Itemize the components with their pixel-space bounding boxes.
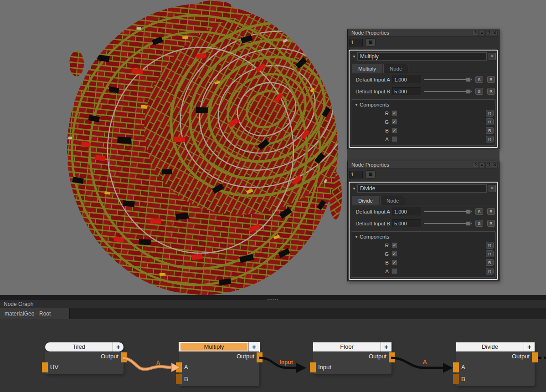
- node-title[interactable]: Floor: [313, 342, 381, 351]
- close-icon[interactable]: ✕: [492, 162, 498, 168]
- slider-handle[interactable]: [466, 89, 471, 94]
- set-button[interactable]: S: [475, 76, 483, 83]
- channel-a-checkbox[interactable]: [391, 268, 397, 274]
- channel-row-r: R ✓ R: [353, 109, 494, 117]
- shown-nodes-count-input[interactable]: [349, 39, 363, 46]
- reset-button[interactable]: R: [486, 268, 494, 275]
- float-icon[interactable]: ❐: [485, 30, 491, 36]
- reset-button[interactable]: R: [486, 242, 494, 249]
- panel-titlebar[interactable]: Node Properties ? ▲ ❐ ✕: [348, 29, 499, 37]
- channel-b-checkbox[interactable]: ✓: [391, 260, 397, 265]
- node-divide-header[interactable]: Divide +: [456, 342, 535, 351]
- default-input-b-slider[interactable]: [424, 88, 472, 95]
- default-input-a-slider[interactable]: [424, 209, 472, 215]
- node-tiled-header[interactable]: Tiled +: [45, 342, 124, 351]
- close-icon[interactable]: ✕: [492, 30, 498, 36]
- tab-node[interactable]: Node: [383, 64, 409, 73]
- tab-divide[interactable]: Divide: [352, 196, 379, 205]
- shown-nodes-count-input[interactable]: [349, 171, 363, 178]
- reset-button[interactable]: R: [486, 110, 494, 117]
- tab-multiply[interactable]: Multiply: [352, 64, 382, 73]
- channel-r-checkbox[interactable]: ✓: [391, 110, 397, 116]
- collapse-arrow-icon[interactable]: ▼: [353, 103, 360, 107]
- add-node-button[interactable]: +: [524, 342, 535, 351]
- default-input-b-value[interactable]: [392, 219, 421, 227]
- help-icon[interactable]: ?: [473, 162, 479, 168]
- components-label: Components: [360, 234, 389, 239]
- collapse-icon[interactable]: ▲: [479, 162, 485, 168]
- node-name-field[interactable]: Multiply: [357, 52, 487, 61]
- remove-node-button[interactable]: ✕: [489, 53, 496, 60]
- channel-g-checkbox[interactable]: ✓: [391, 119, 397, 125]
- default-input-a-value[interactable]: [392, 208, 421, 215]
- set-button[interactable]: S: [475, 208, 483, 215]
- reset-button[interactable]: R: [487, 220, 495, 227]
- node-floor-body[interactable]: Output Input: [313, 351, 391, 374]
- node-title[interactable]: Tiled: [45, 342, 113, 351]
- node-divide-body[interactable]: Output A B: [456, 351, 535, 386]
- reset-button[interactable]: R: [487, 88, 495, 95]
- tab-node[interactable]: Node: [380, 196, 406, 205]
- channel-r-checkbox[interactable]: ✓: [391, 242, 397, 248]
- input-port-b[interactable]: [176, 374, 182, 384]
- add-node-button[interactable]: +: [113, 342, 124, 351]
- reset-button[interactable]: R: [486, 250, 494, 257]
- node-title[interactable]: Divide: [456, 342, 524, 351]
- components-header[interactable]: ▼ Components: [353, 233, 494, 241]
- reset-button[interactable]: R: [486, 118, 494, 125]
- remove-node-button[interactable]: ✕: [489, 185, 496, 192]
- node-divide[interactable]: Divide + Output A B: [456, 342, 535, 386]
- collapse-arrow-icon[interactable]: ▼: [351, 187, 357, 191]
- channel-g-checkbox[interactable]: ✓: [391, 251, 397, 257]
- add-node-button[interactable]: +: [248, 342, 259, 351]
- node-tiled-body[interactable]: Output UV: [45, 351, 124, 374]
- node-header-row: ▼ Multiply ✕: [351, 52, 496, 61]
- input-port-a[interactable]: [453, 362, 459, 372]
- set-button[interactable]: S: [475, 220, 483, 227]
- reset-button[interactable]: R: [486, 127, 494, 134]
- output-port[interactable]: [257, 352, 263, 362]
- node-name-field[interactable]: Divide: [357, 184, 487, 193]
- slider-handle[interactable]: [466, 221, 471, 226]
- reset-button[interactable]: R: [487, 76, 495, 83]
- add-node-button[interactable]: +: [381, 342, 391, 351]
- float-icon[interactable]: ❐: [485, 162, 491, 168]
- help-icon[interactable]: ?: [473, 30, 479, 36]
- default-input-b-value[interactable]: [392, 87, 421, 95]
- reset-button[interactable]: R: [486, 136, 494, 143]
- node-tiled[interactable]: Tiled + Output UV: [45, 342, 124, 374]
- input-port-uv[interactable]: [42, 362, 48, 372]
- components-header[interactable]: ▼ Components: [353, 101, 494, 109]
- pin-properties-icon[interactable]: ⊠: [366, 170, 376, 178]
- node-title[interactable]: Multiply: [180, 343, 247, 351]
- collapse-arrow-icon[interactable]: ▼: [351, 55, 357, 59]
- reset-button[interactable]: R: [487, 208, 495, 215]
- slider-handle[interactable]: [466, 209, 471, 214]
- channel-a-checkbox[interactable]: [391, 136, 397, 142]
- pin-properties-icon[interactable]: ⊠: [366, 38, 376, 46]
- node-multiply-header[interactable]: Multiply +: [179, 342, 259, 351]
- default-input-a-slider[interactable]: [424, 76, 472, 83]
- panel-titlebar[interactable]: Node Properties ? ▲ ❐ ✕: [348, 161, 499, 169]
- channel-b-checkbox[interactable]: ✓: [391, 127, 397, 133]
- collapse-icon[interactable]: ▲: [479, 30, 485, 36]
- input-port-b[interactable]: [453, 374, 459, 384]
- output-port[interactable]: [121, 352, 127, 362]
- panel-splitter[interactable]: ••••••: [0, 295, 546, 300]
- node-graph-canvas[interactable]: Tiled + Output UV Multiply + Output A: [0, 319, 546, 392]
- input-port-input[interactable]: [310, 362, 316, 372]
- slider-handle[interactable]: [466, 77, 471, 82]
- collapse-arrow-icon[interactable]: ▼: [353, 235, 360, 239]
- tab-materialgeo-root[interactable]: materialGeo - Root: [0, 308, 70, 319]
- output-port[interactable]: [389, 352, 395, 362]
- default-input-b-slider[interactable]: [424, 220, 472, 227]
- set-button[interactable]: S: [475, 88, 483, 95]
- input-port-a[interactable]: [176, 362, 182, 372]
- node-floor[interactable]: Floor + Output Input: [313, 342, 391, 374]
- node-floor-header[interactable]: Floor +: [313, 342, 391, 351]
- node-multiply-body[interactable]: Output A B: [179, 351, 259, 386]
- node-multiply[interactable]: Multiply + Output A B: [179, 342, 259, 386]
- reset-button[interactable]: R: [486, 259, 494, 266]
- output-port[interactable]: [532, 352, 538, 362]
- default-input-a-value[interactable]: [392, 76, 421, 83]
